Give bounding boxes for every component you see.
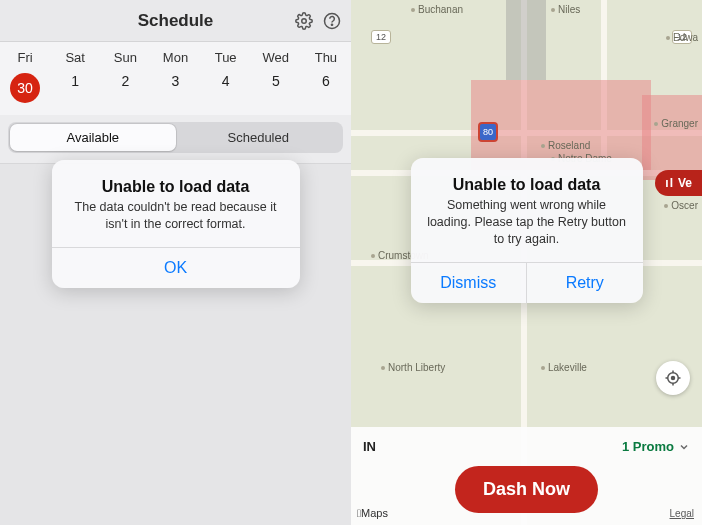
weekday-label: Fri [0,42,50,69]
svg-point-0 [302,18,307,23]
page-title: Schedule [138,11,214,31]
city-label: Niles [551,4,580,15]
locate-button[interactable] [656,361,690,395]
alert-body: Unable to load data The data couldn't be… [52,160,300,247]
alert-title: Unable to load data [425,176,629,194]
weekday-label: Wed [251,42,301,69]
alert-dialog: Unable to load data Something went wrong… [411,158,643,303]
date-cell[interactable]: 1 [50,69,100,115]
alert-actions: OK [52,247,300,288]
date-cell[interactable]: 30 [0,69,50,115]
svg-point-2 [331,24,332,25]
state-label: IN [363,439,376,454]
locate-icon [664,369,682,387]
date-cell[interactable]: 2 [100,69,150,115]
city-label: Granger [654,118,698,129]
dismiss-button[interactable]: Dismiss [411,263,527,303]
schedule-pane: Schedule Fri Sat Sun Mon Tue Wed Thu 30 … [0,0,351,525]
weekday-label: Sun [100,42,150,69]
interstate-shield-icon: 80 [479,123,497,141]
weekday-label: Mon [150,42,200,69]
promo-button[interactable]: 1 Promo [622,439,690,454]
signal-bars-icon: ıl [665,176,674,190]
gear-icon[interactable] [295,12,313,30]
alert-title: Unable to load data [66,178,286,196]
date-cell[interactable]: 4 [201,69,251,115]
alert-message: Something went wrong while loading. Plea… [425,197,629,248]
map-red-region [642,95,702,180]
alert-body: Unable to load data Something went wrong… [411,158,643,262]
segment-available[interactable]: Available [10,124,176,151]
alert-actions: Dismiss Retry [411,262,643,303]
segmented-control: Available Scheduled [8,122,343,153]
header-actions [295,12,341,30]
segmented-control-wrap: Available Scheduled [0,115,351,164]
maps-attribution: Maps [357,507,388,519]
alert-dialog: Unable to load data The data couldn't be… [52,160,300,288]
city-label: Lakeville [541,362,587,373]
alert-backdrop: Unable to load data The data couldn't be… [0,160,351,525]
date-cell[interactable]: 5 [251,69,301,115]
city-label: Edwa [666,32,698,43]
dash-now-button[interactable]: Dash Now [455,466,598,513]
retry-button[interactable]: Retry [526,263,643,303]
date-cell[interactable]: 6 [301,69,351,115]
legal-link[interactable]: Legal [670,508,694,519]
selected-date-badge: 30 [10,73,40,103]
weekday-label: Sat [50,42,100,69]
help-icon[interactable] [323,12,341,30]
map-gray-region [506,0,546,80]
date-cell[interactable]: 3 [150,69,200,115]
ok-button[interactable]: OK [52,248,300,288]
city-label: North Liberty [381,362,445,373]
alert-message: The data couldn't be read because it isn… [66,199,286,233]
svg-point-4 [672,377,675,380]
map-pane: 12 12 80 Buchanan Niles Edwa Granger Ros… [351,0,702,525]
highway-shield-icon: 12 [371,30,391,44]
header-bar: Schedule [0,0,351,42]
bottom-sheet: IN 1 Promo Dash Now [351,427,702,525]
heat-pill[interactable]: ılVe [655,170,702,196]
promo-label: 1 Promo [622,439,674,454]
weekday-label: Thu [301,42,351,69]
weekday-label: Tue [201,42,251,69]
bottom-sheet-row: IN 1 Promo [363,439,690,454]
city-label: Roseland [541,140,590,151]
date-row: 30 1 2 3 4 5 6 [0,69,351,115]
heat-pill-label: Ve [678,176,692,190]
city-label: Buchanan [411,4,463,15]
weekday-row: Fri Sat Sun Mon Tue Wed Thu [0,42,351,69]
segment-scheduled[interactable]: Scheduled [176,124,342,151]
city-label: Oscer [664,200,698,211]
chevron-down-icon [678,441,690,453]
